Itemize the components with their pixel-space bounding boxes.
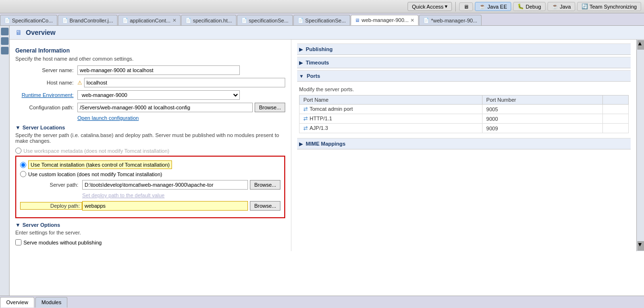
port-number-cell[interactable]: 9009	[482, 124, 602, 133]
col-port-extra	[602, 96, 628, 105]
tab-label: web-manager-900...	[362, 17, 408, 23]
file-icon: 📄	[423, 18, 429, 23]
deploy-browse-button[interactable]: Browse...	[250, 201, 280, 211]
radio-workspace[interactable]	[15, 148, 21, 154]
radio-tomcat-label: Use Tomcat installation (takes control o…	[28, 160, 172, 169]
tab-specification-ht[interactable]: 📄 specification.ht...	[181, 15, 236, 25]
mime-header[interactable]: ▶ MIME Mappings	[297, 138, 631, 149]
overview-icon: 🖥	[15, 29, 22, 36]
server-name-row: Server name:	[15, 65, 285, 75]
port-number-cell[interactable]: 9000	[482, 114, 602, 124]
file-icon: 📄	[4, 18, 10, 23]
java-icon: ☕	[552, 3, 558, 10]
tab-label: specificationSe...	[249, 18, 289, 23]
server-name-input[interactable]	[77, 65, 240, 75]
port-number-cell[interactable]: 9005	[482, 105, 602, 114]
col-port-number: Port Number	[482, 96, 602, 105]
radio-custom-location[interactable]	[20, 171, 26, 177]
close-icon[interactable]: ✕	[410, 18, 414, 23]
runtime-env-select[interactable]: web-manager-9000	[77, 90, 240, 100]
timeouts-section: ▶ Timeouts	[297, 57, 631, 68]
debug-button[interactable]: 🐛 Debug	[513, 2, 545, 11]
collapse-arrow-server-loc: ▼	[15, 125, 21, 130]
server-path-label: Server path:	[20, 182, 82, 188]
tab-label: *web-manager-90...	[431, 18, 477, 23]
timeouts-header[interactable]: ▶ Timeouts	[297, 57, 631, 68]
tab-label: BrandController.j...	[70, 18, 113, 23]
debug-icon: 🐛	[517, 3, 524, 10]
publishing-arrow: ▶	[299, 47, 303, 52]
tab-specification-se1[interactable]: 📄 specificationSe...	[237, 15, 293, 25]
general-info-desc: Specify the host name and other common s…	[15, 56, 285, 62]
ports-desc: Modify the server ports.	[299, 86, 629, 92]
quick-access-label: Quick Access	[412, 4, 443, 10]
scroll-down-button[interactable]: ▼	[637, 241, 644, 251]
port-extra-cell	[602, 124, 628, 133]
tab-specification-co[interactable]: 📄 SpecificationCo...	[0, 15, 57, 25]
tab-specification-se2[interactable]: 📄 SpecificationSe...	[293, 15, 350, 25]
quick-access-button[interactable]: Quick Access ▾	[408, 2, 452, 11]
port-name-cell: ⇄AJP/1.3	[300, 124, 483, 133]
bottom-tab-overview-label: Overview	[6, 299, 28, 305]
table-row: ⇄HTTP/1.1 9000	[300, 114, 629, 124]
radio-custom-row: Use custom location (does not modify Tom…	[20, 171, 280, 177]
radio-workspace-label: Use workspace metadata (does not modify …	[23, 148, 170, 154]
side-icon-1[interactable]	[1, 28, 9, 35]
bottom-tab-overview[interactable]: Overview	[0, 297, 34, 308]
file-icon: 📄	[298, 18, 303, 23]
config-browse-button[interactable]: Browse...	[255, 103, 285, 112]
tab-application-cont[interactable]: 📄 applicationCont... ✕	[118, 15, 181, 25]
serve-modules-checkbox[interactable]	[15, 239, 21, 245]
tab-brand-controller[interactable]: 📄 BrandController.j...	[58, 15, 118, 25]
collapse-arrow-server-opt: ▼	[15, 222, 21, 228]
java-button[interactable]: ☕ Java	[547, 2, 575, 11]
host-name-input[interactable]	[84, 78, 285, 87]
file-icon: 📄	[241, 18, 247, 23]
config-path-label: Configuration path:	[15, 105, 77, 110]
right-panel: ▶ Publishing ▶ Timeouts ▼ Ports	[291, 40, 636, 251]
java-ee-button[interactable]: ☕ Java EE	[475, 2, 511, 11]
dropdown-arrow: ▾	[445, 3, 448, 10]
tab-web-manager[interactable]: 🖥 web-manager-900... ✕	[351, 15, 419, 25]
right-scrollbar[interactable]: ▲ ▼	[636, 40, 644, 251]
ports-arrow: ▼	[299, 74, 304, 79]
server-path-input[interactable]	[82, 180, 248, 190]
deploy-path-input[interactable]	[82, 201, 248, 211]
port-icon: ⇄	[303, 116, 308, 121]
server-locations-heading: ▼ Server Locations	[15, 125, 285, 130]
table-row: ⇄AJP/1.3 9009	[300, 124, 629, 133]
open-launch-link[interactable]: Open launch configuration	[77, 115, 285, 121]
toolbar-separator	[455, 2, 456, 11]
host-name-label: Host name:	[15, 80, 77, 85]
bottom-tab-modules[interactable]: Modules	[35, 297, 68, 308]
side-icon-3[interactable]	[1, 47, 9, 54]
side-icons	[0, 26, 10, 296]
perspective-button[interactable]: 🖥	[459, 2, 473, 11]
set-deploy-link[interactable]: Set deploy path to the default value	[82, 192, 280, 198]
close-icon[interactable]: ✕	[172, 18, 176, 23]
timeouts-label: Timeouts	[306, 60, 329, 65]
ports-header[interactable]: ▼ Ports	[297, 71, 631, 82]
mime-section: ▶ MIME Mappings	[297, 138, 631, 149]
scroll-up-button[interactable]: ▲	[637, 40, 644, 50]
radio-tomcat-install[interactable]	[20, 162, 26, 168]
left-panel: General Information Specify the host nam…	[10, 40, 291, 251]
tab-web-manager-modified[interactable]: 📄 *web-manager-90...	[419, 15, 482, 25]
bottom-tab-modules-label: Modules	[42, 299, 62, 305]
file-icon: 📄	[62, 18, 68, 23]
publishing-section: ▶ Publishing	[297, 43, 631, 55]
java-ee-icon: ☕	[479, 3, 486, 10]
port-name-cell: ⇄Tomcat admin port	[300, 105, 483, 114]
runtime-env-label[interactable]: Runtime Environment:	[15, 92, 77, 98]
team-sync-button[interactable]: 🔄 Team Synchronizing	[577, 2, 641, 11]
scroll-track[interactable]	[637, 50, 644, 241]
publishing-header[interactable]: ▶ Publishing	[297, 44, 631, 55]
serve-modules-row: Serve modules without publishing	[15, 239, 285, 245]
server-path-browse-button[interactable]: Browse...	[250, 180, 280, 190]
ports-section: ▼ Ports Modify the server ports. Port Na…	[297, 70, 631, 136]
content-area: 🖥 Overview General Information Specify t…	[10, 26, 644, 296]
mime-label: MIME Mappings	[306, 141, 345, 147]
config-path-input[interactable]	[77, 103, 253, 112]
radio-custom-label: Use custom location (does not modify Tom…	[28, 171, 162, 177]
side-icon-2[interactable]	[1, 37, 9, 45]
